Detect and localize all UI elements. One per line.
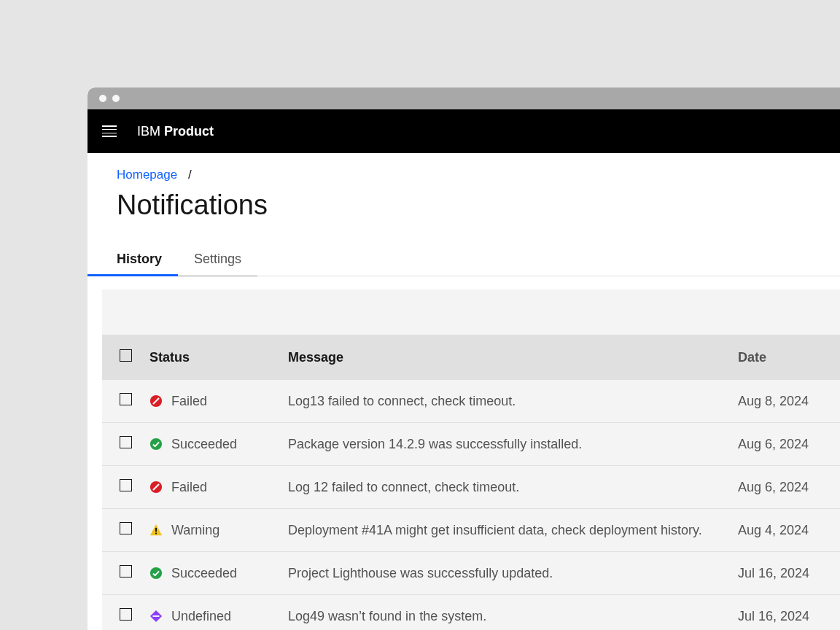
message-cell: Package version 14.2.9 was successfully … — [288, 423, 738, 466]
header-status[interactable]: Status — [149, 335, 288, 380]
date-cell: Jul 16, 2024 — [738, 552, 840, 595]
warning-icon — [149, 524, 163, 537]
message-cell: Log13 failed to connect, check timeout. — [288, 380, 738, 423]
page-title: Notifications — [117, 190, 840, 221]
table-toolbar — [102, 289, 840, 335]
row-checkbox[interactable] — [120, 393, 132, 405]
error-icon — [149, 481, 163, 494]
date-cell: Aug 6, 2024 — [738, 466, 840, 509]
content-area: Homepage / Notifications History Setting… — [88, 153, 840, 630]
header-checkbox-cell — [102, 335, 149, 380]
breadcrumb: Homepage / — [117, 168, 840, 182]
table-area: Status Message Date FailedLog13 failed t… — [102, 289, 840, 630]
row-checkbox-cell — [102, 552, 149, 595]
table-row[interactable]: SucceededProject Lighthouse was successf… — [102, 552, 840, 595]
undefined-icon — [149, 610, 163, 623]
status-label: Failed — [171, 394, 207, 409]
table-row[interactable]: WarningDeployment #41A might get insuffi… — [102, 509, 840, 552]
svg-rect-6 — [155, 533, 157, 534]
row-checkbox[interactable] — [120, 608, 132, 621]
row-checkbox-cell — [102, 595, 149, 631]
window-control-dot[interactable] — [112, 95, 120, 102]
status-label: Succeeded — [171, 437, 237, 452]
table-row[interactable]: FailedLog 12 failed to connect, check ti… — [102, 466, 840, 509]
table-row[interactable]: UndefinedLog49 wasn’t found in the syste… — [102, 595, 840, 631]
row-checkbox[interactable] — [120, 522, 132, 534]
row-checkbox[interactable] — [120, 565, 132, 578]
error-icon — [149, 394, 163, 408]
status-label: Succeeded — [171, 566, 237, 581]
app-header: IBM Product — [88, 109, 840, 153]
row-checkbox[interactable] — [120, 479, 132, 491]
status-cell: Succeeded — [149, 423, 288, 466]
menu-icon[interactable] — [102, 125, 117, 137]
checkmark-icon — [149, 438, 163, 451]
message-cell: Project Lighthouse was successfully upda… — [288, 552, 738, 595]
tab-history[interactable]: History — [88, 243, 178, 276]
tabs: History Settings — [88, 243, 840, 276]
status-label: Undefined — [171, 609, 231, 624]
select-all-checkbox[interactable] — [120, 349, 132, 362]
brand-bold: Product — [164, 124, 214, 139]
row-checkbox-cell — [102, 509, 149, 552]
svg-point-7 — [150, 567, 162, 579]
header-message[interactable]: Message — [288, 335, 738, 380]
table-row[interactable]: FailedLog13 failed to connect, check tim… — [102, 380, 840, 423]
app-window: IBM Product Homepage / Notifications His… — [88, 88, 840, 630]
date-cell: Aug 8, 2024 — [738, 380, 840, 423]
message-cell: Log 12 failed to connect, check timeout. — [288, 466, 738, 509]
notifications-table: Status Message Date FailedLog13 failed t… — [102, 335, 840, 630]
row-checkbox-cell — [102, 423, 149, 466]
message-cell: Deployment #41A might get insufficient d… — [288, 509, 738, 552]
message-cell: Log49 wasn’t found in the system. — [288, 595, 738, 631]
status-label: Warning — [171, 523, 219, 538]
svg-rect-8 — [153, 615, 160, 617]
date-cell: Aug 6, 2024 — [738, 423, 840, 466]
status-cell: Succeeded — [149, 552, 288, 595]
window-control-dot[interactable] — [99, 95, 106, 102]
header-date[interactable]: Date — [738, 335, 840, 380]
breadcrumb-separator: / — [188, 168, 192, 182]
status-cell: Undefined — [149, 595, 288, 631]
row-checkbox-cell — [102, 380, 149, 423]
svg-rect-5 — [155, 528, 157, 532]
status-cell: Failed — [149, 466, 288, 509]
status-cell: Warning — [149, 509, 288, 552]
svg-point-2 — [150, 438, 162, 450]
date-cell: Jul 16, 2024 — [738, 595, 840, 631]
brand-light: IBM — [137, 124, 160, 139]
status-cell: Failed — [149, 380, 288, 423]
row-checkbox[interactable] — [120, 436, 132, 448]
window-titlebar — [88, 88, 840, 109]
row-checkbox-cell — [102, 466, 149, 509]
date-cell: Aug 4, 2024 — [738, 509, 840, 552]
checkmark-icon — [149, 567, 163, 580]
breadcrumb-home[interactable]: Homepage — [117, 168, 177, 182]
status-label: Failed — [171, 480, 207, 495]
table-row[interactable]: SucceededPackage version 14.2.9 was succ… — [102, 423, 840, 466]
tab-settings[interactable]: Settings — [178, 243, 257, 276]
brand: IBM Product — [137, 124, 214, 139]
